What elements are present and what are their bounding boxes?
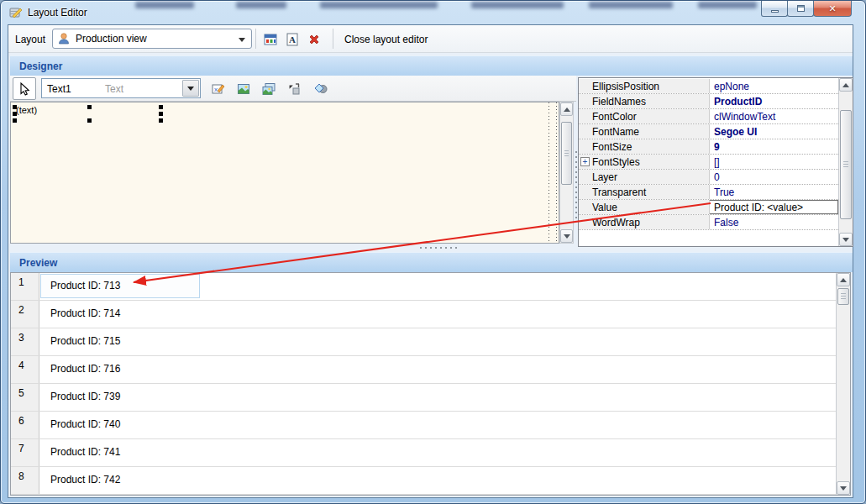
preview-row-2[interactable]: 2Product ID: 714 bbox=[11, 301, 850, 328]
element-name: Text1 bbox=[47, 83, 71, 95]
pointer-tool-button[interactable] bbox=[13, 77, 36, 100]
scrollbar-thumb[interactable] bbox=[840, 110, 852, 219]
row-number: 8 bbox=[11, 467, 39, 494]
close-button[interactable]: ✕ bbox=[813, 1, 852, 17]
preview-row-4[interactable]: 4Product ID: 716 bbox=[11, 356, 850, 384]
property-value[interactable]: clWindowText bbox=[710, 109, 838, 123]
property-row-layer[interactable]: Layer0 bbox=[579, 170, 838, 185]
designer-header: Designer bbox=[10, 55, 853, 76]
element-type: Text bbox=[105, 83, 123, 95]
titlebar[interactable]: Layout Editor ✕ bbox=[1, 1, 865, 24]
property-row-wordwrap[interactable]: WordWrapFalse bbox=[579, 215, 838, 230]
row-content[interactable]: Product ID: 740 bbox=[39, 412, 850, 438]
chevron-down-icon[interactable] bbox=[182, 80, 199, 97]
shape-fill-button[interactable] bbox=[312, 80, 330, 98]
maximize-button[interactable] bbox=[787, 1, 814, 17]
expand-icon[interactable]: + bbox=[580, 157, 590, 166]
preview-header: Preview bbox=[10, 252, 853, 272]
property-row-ellipsisposition[interactable]: EllipsisPositionepNone bbox=[579, 79, 838, 94]
property-value[interactable]: 9 bbox=[710, 139, 838, 154]
canvas-scrollbar[interactable] bbox=[559, 102, 574, 244]
font-icon: A bbox=[286, 33, 299, 46]
scroll-down-button[interactable] bbox=[837, 481, 850, 495]
preview-row-6[interactable]: 6Product ID: 740 bbox=[11, 412, 850, 439]
scroll-up-button[interactable] bbox=[560, 102, 573, 116]
selection-handle[interactable] bbox=[159, 105, 163, 109]
row-content[interactable]: Product ID: 741 bbox=[39, 439, 850, 466]
property-value[interactable]: 0 bbox=[710, 170, 838, 184]
property-row-fontcolor[interactable]: FontColorclWindowText bbox=[579, 109, 838, 124]
row-number: 2 bbox=[11, 301, 39, 328]
scroll-down-button[interactable] bbox=[560, 229, 573, 243]
size-button[interactable] bbox=[285, 80, 303, 98]
preview-scrollbar[interactable] bbox=[836, 273, 850, 495]
scroll-up-button[interactable] bbox=[837, 273, 850, 286]
selection-handle[interactable] bbox=[13, 112, 17, 116]
row-content[interactable]: Product ID: 713 bbox=[39, 273, 850, 300]
property-value[interactable]: ProductID bbox=[710, 94, 838, 108]
property-value[interactable]: True bbox=[710, 185, 838, 199]
font-button[interactable]: A bbox=[282, 29, 302, 49]
row-content[interactable]: Product ID: 715 bbox=[39, 328, 850, 355]
background-window-smudge bbox=[471, 2, 564, 8]
pointer-icon bbox=[18, 82, 31, 96]
delete-layout-button[interactable] bbox=[304, 29, 323, 49]
selection-handle[interactable] bbox=[159, 118, 163, 123]
row-number: 6 bbox=[11, 412, 39, 438]
property-row-fontsize[interactable]: FontSize9 bbox=[579, 139, 838, 155]
design-canvas[interactable]: (text) bbox=[10, 102, 559, 244]
preview-row-1[interactable]: 1Product ID: 713 bbox=[11, 273, 850, 301]
property-grid-scrollbar[interactable] bbox=[838, 78, 853, 246]
element-select[interactable]: Text1 Text bbox=[41, 78, 201, 98]
close-layout-editor-button[interactable]: Close layout editor bbox=[344, 34, 428, 45]
chevron-down-icon bbox=[239, 38, 245, 42]
row-text: Product ID: 741 bbox=[50, 446, 120, 458]
column-guide bbox=[548, 102, 549, 243]
property-name: Value bbox=[579, 200, 710, 214]
property-row-fontname[interactable]: FontNameSegoe UI bbox=[579, 124, 838, 139]
property-row-fieldnames[interactable]: FieldNamesProductID bbox=[579, 94, 838, 109]
property-value[interactable]: [] bbox=[710, 155, 838, 169]
selection-handle[interactable] bbox=[159, 112, 163, 116]
toolbar-separator bbox=[333, 29, 333, 49]
property-row-fontstyles[interactable]: +FontStyles[] bbox=[579, 155, 838, 170]
minimize-button[interactable] bbox=[761, 1, 788, 17]
row-text: Product ID: 742 bbox=[50, 474, 120, 486]
preview-row-8[interactable]: 8Product ID: 742 bbox=[11, 467, 850, 495]
scrollbar-thumb[interactable] bbox=[837, 288, 849, 305]
row-text: Product ID: 740 bbox=[50, 418, 120, 430]
row-content[interactable]: Product ID: 714 bbox=[39, 301, 850, 328]
property-value[interactable]: False bbox=[710, 215, 838, 229]
selection-handle[interactable] bbox=[87, 118, 92, 123]
property-value[interactable]: epNone bbox=[710, 79, 838, 93]
text-element[interactable]: (text) bbox=[16, 105, 37, 115]
scroll-down-button[interactable] bbox=[839, 233, 853, 246]
maximize-icon bbox=[797, 5, 805, 12]
selection-handle[interactable] bbox=[13, 105, 17, 109]
row-content[interactable]: Product ID: 742 bbox=[39, 467, 850, 494]
property-value[interactable]: Segoe UI bbox=[710, 124, 838, 139]
horizontal-splitter[interactable] bbox=[420, 245, 457, 249]
customize-layout-button[interactable] bbox=[260, 29, 280, 49]
image-list-button[interactable] bbox=[260, 80, 278, 98]
edit-text-button[interactable]: x bbox=[209, 80, 228, 98]
property-grid[interactable]: EllipsisPositionepNoneFieldNamesProductI… bbox=[578, 77, 853, 247]
layout-editor-window: Layout Editor ✕ Layout Production view bbox=[0, 0, 866, 504]
delete-icon bbox=[307, 33, 321, 46]
selection-handle[interactable] bbox=[13, 118, 17, 123]
row-content[interactable]: Product ID: 739 bbox=[39, 384, 850, 411]
layout-select[interactable]: Production view bbox=[52, 29, 252, 49]
preview-grid[interactable]: 1Product ID: 7132Product ID: 7143Product… bbox=[10, 272, 851, 496]
preview-row-3[interactable]: 3Product ID: 715 bbox=[11, 328, 850, 356]
preview-row-5[interactable]: 5Product ID: 739 bbox=[11, 384, 850, 412]
row-content[interactable]: Product ID: 716 bbox=[39, 356, 850, 383]
property-row-transparent[interactable]: TransparentTrue bbox=[579, 185, 838, 200]
scrollbar-thumb[interactable] bbox=[561, 122, 572, 185]
property-row-value[interactable]: ValueProduct ID: <value> bbox=[579, 200, 838, 215]
insert-image-button[interactable] bbox=[234, 80, 253, 98]
scroll-up-button[interactable] bbox=[839, 78, 853, 92]
property-value[interactable]: Product ID: <value> bbox=[710, 200, 838, 214]
selection-handle[interactable] bbox=[87, 105, 92, 109]
preview-row-7[interactable]: 7Product ID: 741 bbox=[11, 439, 850, 467]
property-name: EllipsisPosition bbox=[579, 79, 710, 93]
